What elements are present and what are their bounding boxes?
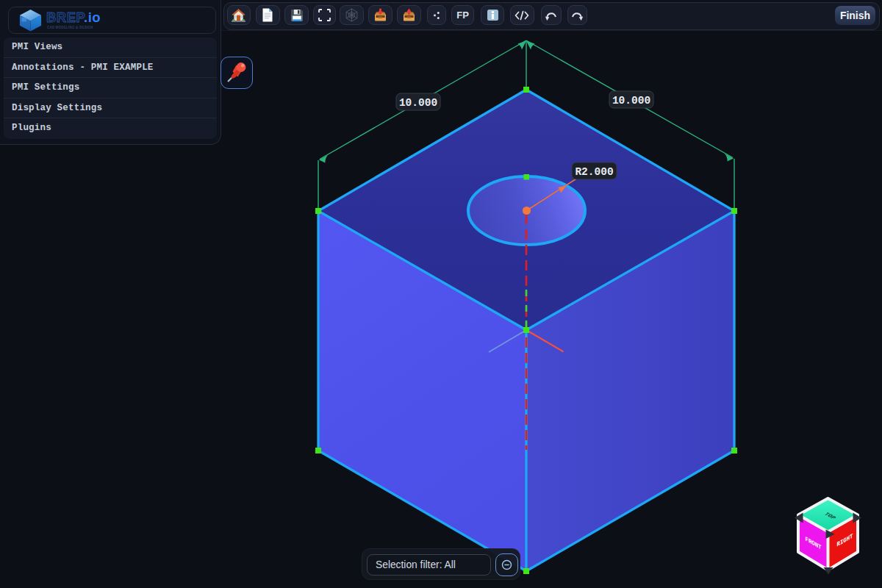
svg-text:10.000: 10.000 [612,95,650,107]
svg-text:R2.000: R2.000 [575,166,613,178]
svg-text:10.000: 10.000 [399,97,437,109]
